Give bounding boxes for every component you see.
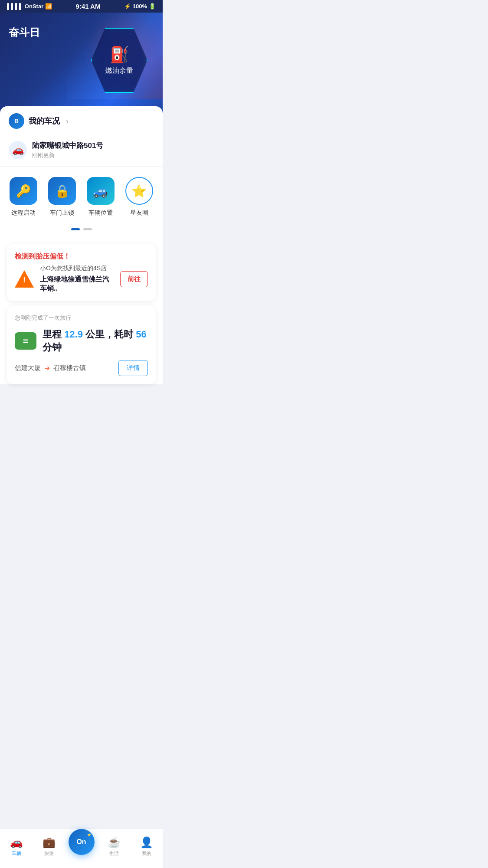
vehicle-location-icon-wrap: 🚙: [87, 177, 115, 205]
fuel-icon: ⛽: [110, 46, 129, 64]
quick-actions: 🔑 远程启动 🔒 车门上锁 🚙 车辆位置 ⭐ 星友圈: [0, 167, 163, 224]
trip-distance-value: 12.9: [64, 329, 83, 340]
trip-icon-wrap: ≡: [15, 332, 36, 350]
location-details: 陆家嘴银城中路501号 刚刚更新: [32, 141, 154, 159]
page-dot-1: [71, 228, 80, 230]
status-left: ▌▌▌▌ OnStar 📶: [7, 3, 52, 10]
trip-bottom: 信建大厦 ➜ 召稼楼古镇 详情: [15, 360, 148, 376]
action-remote-start[interactable]: 🔑 远程启动: [6, 177, 41, 217]
status-bar: ▌▌▌▌ OnStar 📶 9:41 AM ⚡ 100% 🔋: [0, 0, 163, 13]
alert-title: 检测到胎压偏低！: [15, 252, 148, 261]
alert-navigate-button[interactable]: 前往: [120, 271, 148, 287]
hero-section: ⛽ 燃油余量 奋斗日 B 我的车况 ›: [0, 13, 163, 134]
star-icon: ⭐: [131, 184, 147, 198]
alert-card: 检测到胎压偏低！ ! 小O为您找到最近的4S店 上海绿地徐通雪佛兰汽车销.. 前…: [7, 244, 156, 301]
warning-exclamation: !: [23, 275, 26, 285]
remote-start-icon-wrap: 🔑: [10, 177, 37, 205]
trip-to: 召稼楼古镇: [53, 364, 86, 372]
trip-icon: ≡: [23, 335, 29, 347]
trip-body: ≡ 里程 12.9 公里，耗时 56 分钟: [15, 328, 148, 354]
main-content: 🚗 陆家嘴银城中路501号 刚刚更新 🔑 远程启动 🔒 车门上锁 🚙: [0, 134, 163, 384]
buick-logo: B: [9, 113, 24, 129]
hero-title: 奋斗日: [9, 26, 40, 39]
vehicle-status-label: 我的车况: [29, 116, 60, 126]
status-time: 9:41 AM: [75, 3, 100, 10]
star-circle-icon-wrap: ⭐: [125, 177, 153, 205]
remote-start-label: 远程启动: [11, 209, 36, 217]
location-update-time: 刚刚更新: [32, 151, 154, 159]
battery-icon: 🔋: [149, 3, 156, 10]
location-row: 🚗 陆家嘴银城中路501号 刚刚更新: [0, 134, 163, 167]
trip-distance-unit: 公里，耗时: [85, 329, 133, 340]
battery-percent: 100%: [133, 3, 147, 10]
action-vehicle-location[interactable]: 🚙 车辆位置: [83, 177, 118, 217]
trip-arrow-icon: ➜: [44, 364, 50, 372]
signal-icon: ▌▌▌▌: [7, 3, 23, 10]
trip-duration-value: 56: [136, 329, 146, 340]
alert-shop-name: 上海绿地徐通雪佛兰汽车销..: [40, 275, 114, 293]
alert-text-section: 小O为您找到最近的4S店 上海绿地徐通雪佛兰汽车销..: [40, 265, 114, 293]
wifi-icon: 📶: [45, 3, 52, 10]
location-icon-wrap: 🚗: [9, 141, 27, 159]
alert-body: ! 小O为您找到最近的4S店 上海绿地徐通雪佛兰汽车销.. 前往: [15, 265, 148, 293]
bluetooth-icon: ⚡: [124, 3, 131, 10]
trip-route: 信建大厦 ➜ 召稼楼古镇: [15, 364, 86, 372]
vehicle-status-row[interactable]: B 我的车况 ›: [0, 106, 163, 134]
location-address: 陆家嘴银城中路501号: [32, 141, 154, 151]
status-right: ⚡ 100% 🔋: [124, 3, 156, 10]
vehicle-location-label: 车辆位置: [88, 209, 113, 217]
trip-from: 信建大厦: [15, 364, 41, 372]
door-lock-icon: 🔒: [55, 184, 70, 198]
vehicle-location-icon: 🚙: [93, 184, 108, 198]
trip-header: 您刚刚完成了一次旅行: [15, 314, 148, 322]
door-lock-label: 车门上锁: [50, 209, 74, 217]
action-star-circle[interactable]: ⭐ 星友圈: [122, 177, 157, 217]
trip-distance-label: 里程: [43, 329, 62, 340]
fuel-hexagon[interactable]: ⛽ 燃油余量: [89, 26, 150, 95]
hex-shape: ⛽ 燃油余量: [91, 28, 147, 93]
page-dot-2: [83, 228, 92, 230]
carrier-name: OnStar: [25, 3, 43, 10]
trip-stats: 里程 12.9 公里，耗时 56 分钟: [43, 328, 148, 354]
fuel-label: 燃油余量: [105, 66, 133, 75]
car-location-icon: 🚗: [12, 144, 24, 156]
trip-duration-unit: 分钟: [43, 342, 62, 353]
alert-subtext: 小O为您找到最近的4S店: [40, 265, 114, 272]
trip-detail-button[interactable]: 详情: [118, 360, 148, 376]
nav-spacer: [0, 389, 163, 424]
door-lock-icon-wrap: 🔒: [48, 177, 76, 205]
chevron-right-icon: ›: [66, 117, 69, 126]
remote-start-icon: 🔑: [16, 184, 31, 198]
star-circle-label: 星友圈: [130, 209, 148, 217]
trip-card: 您刚刚完成了一次旅行 ≡ 里程 12.9 公里，耗时 56 分钟 信建大厦 ➜ …: [7, 306, 156, 384]
page-indicators: [0, 224, 163, 239]
alert-icon-wrap: !: [15, 269, 34, 288]
action-door-lock[interactable]: 🔒 车门上锁: [45, 177, 79, 217]
